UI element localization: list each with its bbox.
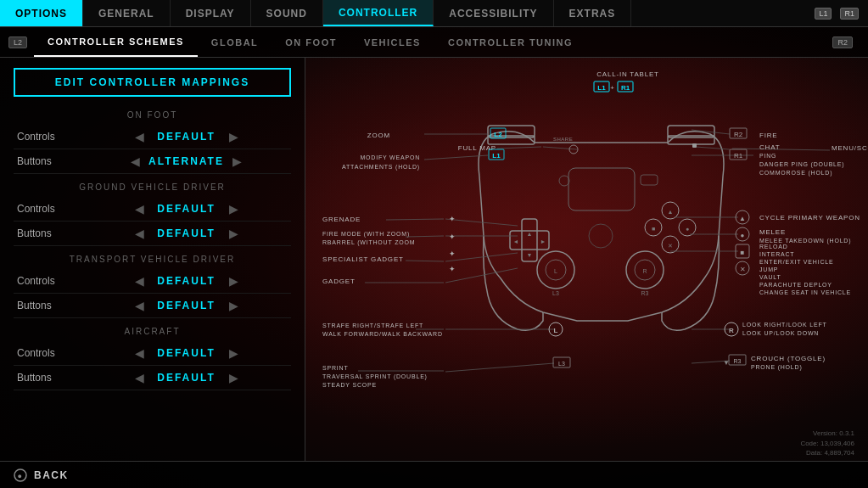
- on-foot-controls-label: Controls: [17, 131, 85, 143]
- transport-controls-label: Controls: [17, 275, 85, 287]
- svg-text:TRAVERSAL SPRINT (DOUBLE): TRAVERSAL SPRINT (DOUBLE): [322, 373, 428, 380]
- transport-buttons-label: Buttons: [17, 300, 85, 311]
- transport-buttons-right-arrow[interactable]: ▶: [229, 299, 238, 312]
- svg-text:GRENADE: GRENADE: [322, 216, 361, 223]
- svg-text:R2: R2: [734, 131, 743, 138]
- ground-controls-value: ◀ DEFAULT ▶: [85, 202, 288, 216]
- svg-text:R: R: [642, 268, 647, 274]
- svg-line-56: [406, 236, 444, 237]
- svg-text:MENU/SCOREBOARD (HOLD): MENU/SCOREBOARD (HOLD): [832, 144, 868, 152]
- svg-text:GADGET: GADGET: [322, 278, 356, 285]
- ground-buttons-right-arrow[interactable]: ▶: [229, 227, 238, 240]
- svg-text:RBARREL (WITHOUT ZOOM: RBARREL (WITHOUT ZOOM: [322, 239, 415, 246]
- transport-controls-text: DEFAULT: [153, 275, 221, 287]
- ground-controls-label: Controls: [17, 203, 85, 215]
- on-foot-buttons-left-arrow[interactable]: ◀: [131, 154, 140, 168]
- on-foot-buttons-right-arrow[interactable]: ▶: [232, 154, 242, 168]
- svg-text:MODIFY WEAPON: MODIFY WEAPON: [360, 154, 420, 160]
- svg-text:PRONE (HOLD): PRONE (HOLD): [751, 364, 803, 371]
- svg-text:VAULT: VAULT: [759, 274, 781, 280]
- aircraft-controls-value: ◀ DEFAULT ▶: [85, 346, 288, 360]
- svg-text:✦: ✦: [449, 233, 456, 241]
- code-text: Code: 13,039,406: [800, 439, 854, 448]
- svg-text:■: ■: [741, 249, 745, 256]
- ground-controls-right-arrow[interactable]: ▶: [229, 202, 238, 216]
- nav-general[interactable]: GENERAL: [83, 0, 171, 26]
- aircraft-controls-left-arrow[interactable]: ◀: [135, 346, 144, 360]
- svg-line-58: [445, 253, 518, 261]
- transport-buttons-text: DEFAULT: [153, 300, 221, 311]
- svg-line-49: [445, 219, 518, 226]
- aircraft-controls-right-arrow[interactable]: ▶: [229, 346, 238, 360]
- svg-text:R3: R3: [734, 358, 742, 364]
- back-button[interactable]: ● BACK: [14, 468, 69, 482]
- svg-text:LOOK UP/LOOK DOWN: LOOK UP/LOOK DOWN: [742, 330, 819, 336]
- svg-line-35: [543, 147, 577, 149]
- svg-text:L2: L2: [494, 131, 502, 138]
- svg-line-79: [696, 147, 730, 149]
- svg-text:▼: ▼: [527, 252, 533, 258]
- svg-text:▲: ▲: [527, 231, 533, 237]
- transport-controls-left-arrow[interactable]: ◀: [135, 274, 144, 288]
- svg-rect-9: [568, 168, 635, 210]
- svg-text:JUMP: JUMP: [759, 266, 778, 272]
- tab-on-foot[interactable]: ON FOOT: [272, 27, 350, 57]
- edit-controller-mappings-button[interactable]: EDIT CONTROLLER MAPPINGS: [14, 68, 291, 97]
- svg-text:CROUCH (TOGGLE): CROUCH (TOGGLE): [751, 355, 826, 362]
- r2-badge: R2: [832, 36, 853, 48]
- svg-text:✕: ✕: [740, 266, 746, 273]
- svg-text:CHANGE SEAT IN VEHICLE: CHANGE SEAT IN VEHICLE: [759, 289, 851, 295]
- nav-options[interactable]: OPTIONS: [0, 0, 83, 26]
- controller-diagram-panel: .ann { font-family: 'Arial Narrow', Aria…: [305, 58, 868, 461]
- ground-buttons-label: Buttons: [17, 227, 85, 239]
- svg-text:ATTACHMENTS (HOLD): ATTACHMENTS (HOLD): [342, 164, 420, 171]
- tab-global[interactable]: GLOBAL: [198, 27, 272, 57]
- tab-vehicles[interactable]: VEHICLES: [350, 27, 434, 57]
- svg-text:◄: ◄: [513, 238, 519, 244]
- svg-text:▲: ▲: [739, 215, 746, 222]
- aircraft-buttons-left-arrow[interactable]: ◀: [135, 371, 144, 384]
- svg-text:PING: PING: [759, 153, 776, 159]
- on-foot-controls-right-arrow[interactable]: ▶: [229, 130, 238, 143]
- svg-text:L3: L3: [558, 361, 565, 367]
- nav-badges: L1 R1: [812, 0, 868, 26]
- back-label: BACK: [34, 469, 69, 481]
- svg-text:COMMOROSE (HOLD): COMMOROSE (HOLD): [759, 170, 832, 177]
- tab-controller-tuning[interactable]: CONTROLLER TUNING: [434, 27, 586, 57]
- ground-controls-left-arrow[interactable]: ◀: [135, 202, 144, 216]
- l1-badge: L1: [815, 8, 832, 20]
- version-info: Version: 0.3.1 Code: 13,039,406 Data: 4,…: [800, 429, 854, 457]
- tab-controller-schemes[interactable]: CONTROLLER SCHEMES: [34, 27, 198, 57]
- svg-text:L1: L1: [492, 152, 501, 160]
- controller-svg: .ann { font-family: 'Arial Narrow', Aria…: [305, 58, 868, 461]
- svg-line-60: [406, 261, 444, 261]
- nav-display[interactable]: DISPLAY: [171, 0, 251, 26]
- svg-text:▲: ▲: [668, 209, 674, 215]
- aircraft-buttons-text: DEFAULT: [153, 372, 221, 384]
- transport-buttons-left-arrow[interactable]: ◀: [135, 299, 144, 312]
- svg-text:+: +: [610, 84, 614, 92]
- nav-controller[interactable]: CONTROLLER: [323, 0, 434, 26]
- svg-text:R1: R1: [621, 84, 630, 92]
- aircraft-buttons-row: Buttons ◀ DEFAULT ▶: [14, 366, 291, 390]
- svg-text:DANGER PING (DOUBLE): DANGER PING (DOUBLE): [759, 161, 844, 168]
- nav-extras[interactable]: EXTRAS: [554, 0, 632, 26]
- main-content: EDIT CONTROLLER MAPPINGS ON FOOT Control…: [0, 58, 868, 461]
- svg-text:SPRINT: SPRINT: [322, 365, 348, 371]
- svg-text:✦: ✦: [449, 250, 456, 258]
- nav-sound[interactable]: SOUND: [251, 0, 323, 26]
- ground-controls-row: Controls ◀ DEFAULT ▶: [14, 197, 291, 222]
- data-text: Data: 4,889,704: [800, 448, 854, 457]
- transport-controls-value: ◀ DEFAULT ▶: [85, 274, 288, 288]
- on-foot-controls-left-arrow[interactable]: ◀: [135, 130, 144, 143]
- svg-text:R: R: [729, 327, 734, 334]
- on-foot-controls-value: ◀ DEFAULT ▶: [85, 130, 288, 143]
- transport-controls-right-arrow[interactable]: ▶: [229, 274, 238, 288]
- nav-accessibility[interactable]: ACCESSIBILITY: [434, 0, 553, 26]
- ground-buttons-left-arrow[interactable]: ◀: [135, 227, 144, 240]
- svg-line-62: [445, 268, 518, 283]
- ground-controls-text: DEFAULT: [153, 203, 221, 215]
- aircraft-controls-row: Controls ◀ DEFAULT ▶: [14, 341, 291, 366]
- svg-text:CYCLE PRIMARY WEAPON: CYCLE PRIMARY WEAPON: [759, 214, 860, 222]
- aircraft-buttons-right-arrow[interactable]: ▶: [229, 371, 238, 384]
